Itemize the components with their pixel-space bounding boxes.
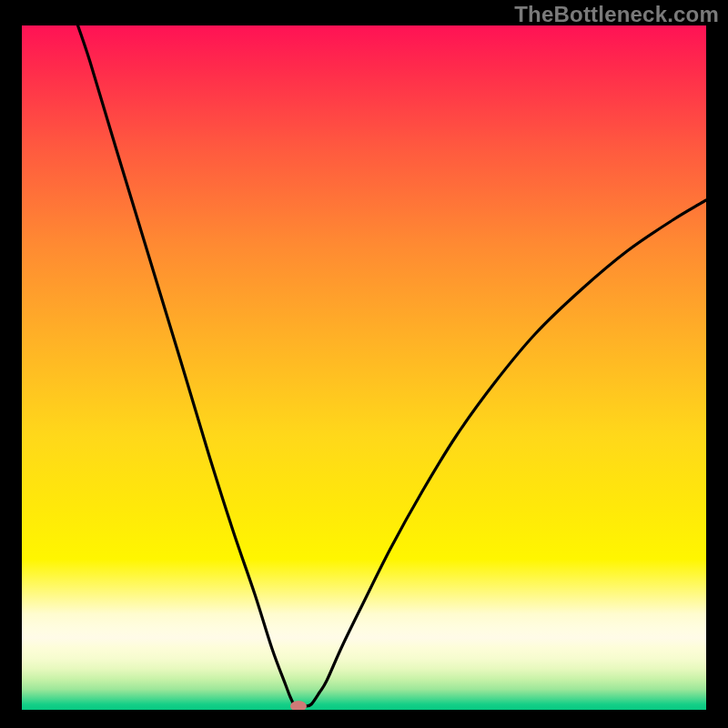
watermark-text: TheBottleneck.com <box>514 2 719 27</box>
plot-area <box>22 25 706 710</box>
bottleneck-curve <box>22 25 706 710</box>
optimum-marker <box>290 701 307 710</box>
chart-frame: TheBottleneck.com <box>0 0 728 728</box>
